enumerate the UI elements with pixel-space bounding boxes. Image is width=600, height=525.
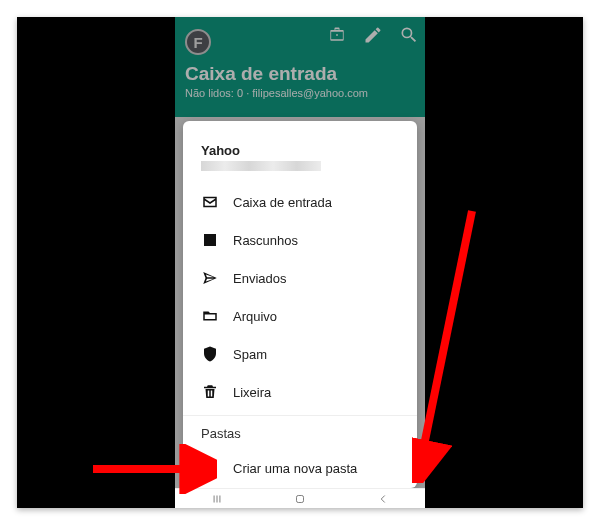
- android-nav-bar: [175, 488, 425, 508]
- nav-home-icon[interactable]: [293, 492, 307, 506]
- folders-bottom-sheet: Yahoo Caixa de entrada Rascunhos Enviado…: [183, 121, 417, 488]
- shield-icon: [201, 345, 219, 363]
- folder-label: Enviados: [233, 271, 286, 286]
- phone-screen: F Caixa de entrada Não lidos: 0 · filipe…: [175, 17, 425, 508]
- envelope-icon: [201, 193, 219, 211]
- folder-list: Caixa de entrada Rascunhos Enviados Arqu…: [183, 181, 417, 491]
- folder-item-spam[interactable]: Spam: [183, 335, 417, 373]
- nav-back-icon[interactable]: [376, 492, 390, 506]
- account-name: Yahoo: [201, 143, 399, 158]
- add-icon: [201, 459, 219, 477]
- folder-label: Rascunhos: [233, 233, 298, 248]
- folder-item-trash[interactable]: Lixeira: [183, 373, 417, 411]
- svg-rect-0: [296, 495, 303, 502]
- svg-line-2: [420, 211, 472, 465]
- folder-label: Caixa de entrada: [233, 195, 332, 210]
- screenshot-frame: F Caixa de entrada Não lidos: 0 · filipe…: [17, 17, 583, 508]
- folder-icon: [201, 307, 219, 325]
- nav-recents-icon[interactable]: [210, 492, 224, 506]
- folder-item-inbox[interactable]: Caixa de entrada: [183, 183, 417, 221]
- folder-label: Spam: [233, 347, 267, 362]
- drafts-icon: [201, 231, 219, 249]
- folder-item-drafts[interactable]: Rascunhos: [183, 221, 417, 259]
- folders-section-label: Pastas: [183, 415, 417, 447]
- account-email-blurred: [201, 161, 321, 171]
- folder-label: Lixeira: [233, 385, 271, 400]
- trash-icon: [201, 383, 219, 401]
- folder-item-sent[interactable]: Enviados: [183, 259, 417, 297]
- create-folder-button[interactable]: Criar uma nova pasta: [183, 447, 417, 491]
- folder-label: Arquivo: [233, 309, 277, 324]
- folder-item-archive[interactable]: Arquivo: [183, 297, 417, 335]
- send-icon: [201, 269, 219, 287]
- create-folder-label: Criar uma nova pasta: [233, 461, 357, 476]
